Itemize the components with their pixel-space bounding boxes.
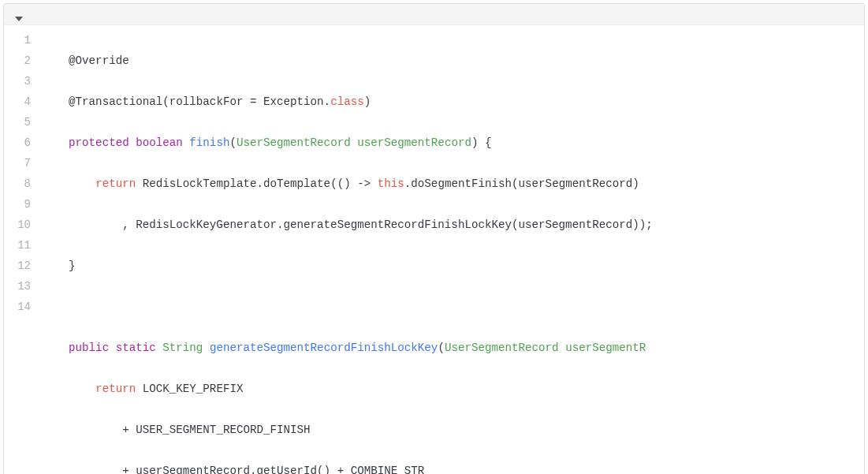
line-number: 3 [15,71,31,91]
param: userSegmentR [565,342,646,354]
code-content: @Override @Transactional(rollbackFor = E… [42,30,864,474]
keyword-boolean: boolean [136,136,183,149]
method-call: doTemplate [263,177,330,190]
code-line: @Override [42,50,851,71]
code-line [42,297,851,317]
code-header [4,4,864,25]
line-number: 6 [15,132,31,153]
method-name: finish [189,136,229,149]
class-ref: RedisLockTemplate [143,177,257,190]
line-number: 9 [15,194,31,215]
code-line: protected boolean finish(UserSegmentReco… [42,132,851,153]
type-ref: String [162,342,203,354]
line-number: 4 [15,91,31,112]
param-name: rollbackFor [170,95,244,108]
line-number: 7 [15,153,31,174]
class-ref: RedisLockKeyGenerator [136,218,277,231]
annotation: @Transactional [69,95,162,108]
param: userSegmentRecord [357,136,471,149]
method-call: doSegmentFinish [411,177,512,190]
constant: LOCK_KEY_PREFIX [143,383,244,395]
line-number: 2 [15,50,31,71]
keyword-static: static [116,342,156,354]
type-ref: UserSegmentRecord [445,342,559,354]
keyword-public: public [69,342,109,354]
code-line: return RedisLockTemplate.doTemplate(() -… [42,174,851,194]
var-ref: userSegmentRecord [519,218,633,231]
line-number: 1 [15,30,31,50]
code-line: + USER_SEGMENT_RECORD_FINISH [42,420,851,440]
var-ref: userSegmentRecord [136,465,250,474]
line-number: 13 [15,276,31,297]
code-block: 1 2 3 4 5 6 7 8 9 10 11 12 13 14 @Overri… [3,3,865,474]
line-number: 11 [15,235,31,256]
keyword-return: return [95,177,136,190]
var-ref: userSegmentRecord [519,177,633,190]
code-line: + userSegmentRecord.getUserId() + COMBIN… [42,461,851,474]
keyword-class: class [330,95,364,108]
constant: USER_SEGMENT_RECORD_FINISH [136,424,310,436]
code-line: return LOCK_KEY_PREFIX [42,379,851,399]
keyword-this: this [378,177,404,190]
line-number: 14 [15,297,31,317]
chevron-down-icon[interactable] [15,10,23,18]
method-call: getUserId [256,465,317,474]
line-number: 10 [15,215,31,235]
constant: COMBINE_STR [351,465,425,474]
annotation: @Override [69,54,129,67]
keyword-return: return [95,383,136,395]
line-number: 8 [15,174,31,194]
line-number: 5 [15,112,31,132]
code-line: } [42,256,851,276]
code-line: @Transactional(rollbackFor = Exception.c… [42,91,851,112]
class-ref: Exception [263,95,324,108]
method-call: generateSegmentRecordFinishLockKey [284,218,512,231]
code-line: , RedisLockKeyGenerator.generateSegmentR… [42,215,851,235]
keyword-protected: protected [69,136,129,149]
code-body: 1 2 3 4 5 6 7 8 9 10 11 12 13 14 @Overri… [4,25,864,474]
method-name: generateSegmentRecordFinishLockKey [210,342,438,354]
brace: } [69,259,76,272]
code-line: public static String generateSegmentReco… [42,338,851,358]
line-numbers: 1 2 3 4 5 6 7 8 9 10 11 12 13 14 [4,30,42,474]
type-ref: UserSegmentRecord [237,136,351,149]
line-number: 12 [15,256,31,276]
